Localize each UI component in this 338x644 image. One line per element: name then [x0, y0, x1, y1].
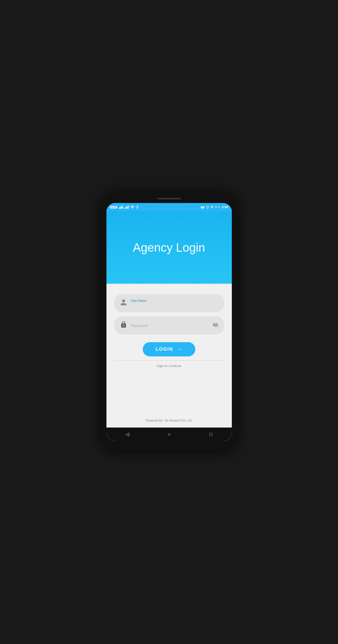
back-button[interactable]: ◁ — [126, 431, 129, 437]
divider — [114, 361, 224, 361]
status-time: 2:04 — [222, 205, 228, 209]
username-label: User Name — [131, 299, 218, 303]
lock-icon — [120, 321, 127, 330]
status-left: VoLTE — [110, 205, 139, 209]
page-title: Agency Login — [133, 241, 205, 254]
alarm-icon — [206, 206, 209, 209]
location-icon — [211, 205, 213, 209]
login-button-label: LOGIN — [156, 347, 173, 352]
battery-icon: 81 ⚡ — [215, 206, 220, 208]
username-input-container[interactable]: User Name — [114, 294, 224, 312]
eye-status-icon — [200, 206, 205, 209]
svg-point-3 — [123, 325, 124, 326]
nav-bar: ◁ ○ □ — [106, 428, 232, 441]
phone-screen: VoLTE — [106, 203, 232, 441]
powered-by-footer: Powered By~ BI Infotech Pvt. Ltd. — [106, 419, 232, 422]
phone-frame: VoLTE — [102, 193, 236, 451]
volte-badge: VoLTE — [110, 206, 117, 208]
signal-bars-2 — [124, 206, 129, 209]
user-icon — [120, 299, 127, 308]
arrow-icon: → — [177, 346, 182, 352]
status-bar: VoLTE — [106, 203, 232, 211]
password-toggle-icon[interactable] — [213, 322, 218, 329]
header-section: Agency Login — [106, 211, 232, 284]
usb-icon — [136, 205, 139, 209]
home-button[interactable]: ○ — [168, 432, 171, 437]
password-field[interactable] — [131, 323, 209, 328]
username-input-wrapper: User Name — [131, 299, 218, 308]
login-button[interactable]: LOGIN → — [143, 342, 195, 356]
phone-speaker — [157, 198, 181, 199]
content-section: User Name — [106, 284, 232, 428]
svg-rect-1 — [137, 208, 138, 209]
signal-bars-1 — [119, 206, 123, 209]
status-right: 81 ⚡ 2:04 — [200, 205, 228, 209]
svg-point-0 — [132, 208, 133, 209]
username-field[interactable] — [131, 303, 218, 308]
password-input-container[interactable] — [114, 316, 224, 334]
wifi-icon — [130, 206, 134, 209]
powered-by-text: Powered By~ BI Infotech Pvt. Ltd. — [146, 419, 192, 422]
battery-percent: 81 — [215, 206, 217, 208]
login-hint: login to continue — [157, 364, 181, 368]
recents-button[interactable]: □ — [210, 432, 212, 437]
